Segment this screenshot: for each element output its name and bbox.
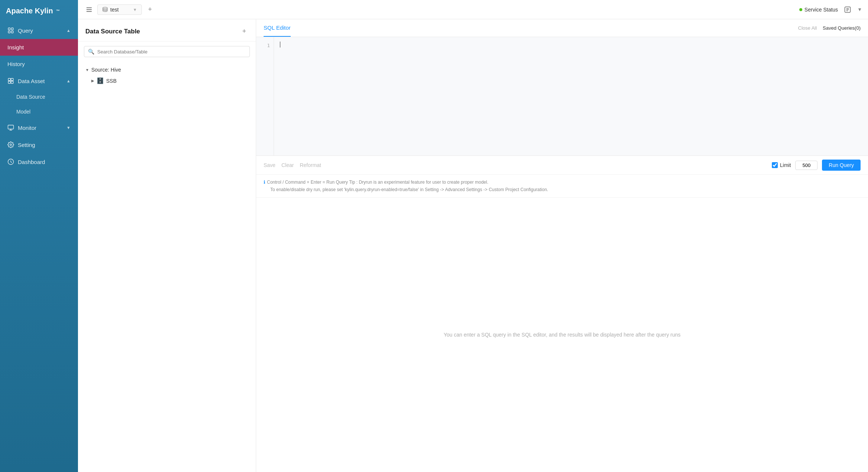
database-icon: 🗄️: [97, 77, 104, 84]
monitor-chevron-icon: ▼: [66, 125, 71, 130]
monitor-icon: [7, 124, 14, 131]
topbar-right: Service Status ▼: [799, 6, 862, 13]
line-numbers: 1: [256, 37, 274, 155]
sidebar-item-setting[interactable]: Setting: [0, 136, 78, 153]
sql-editor-area: 1 Save Clear Reformat Li: [256, 37, 868, 472]
add-tab-button[interactable]: +: [145, 4, 155, 15]
query-icon: [7, 27, 14, 34]
sidebar-data-asset-label: Data Asset: [18, 78, 45, 84]
saved-queries-button[interactable]: Saved Queries(0): [823, 25, 861, 31]
results-area: You can enter a SQL query in the SQL edi…: [256, 198, 868, 472]
left-panel-title: Data Source Table: [85, 28, 140, 35]
sidebar-query-label: Query: [18, 27, 33, 34]
source-label: Source: Hive: [91, 67, 121, 73]
dashboard-icon: [7, 158, 14, 165]
history-label: History: [7, 61, 25, 67]
project-selector[interactable]: test ▼: [97, 4, 142, 15]
tree-source-hive[interactable]: ▼ Source: Hive: [84, 65, 250, 75]
tree-area: ▼ Source: Hive ▶ 🗄️ SSB: [78, 62, 256, 472]
svg-rect-8: [8, 125, 14, 129]
clear-button[interactable]: Clear: [281, 162, 294, 168]
sidebar-item-data-source[interactable]: Data Source: [0, 89, 78, 104]
project-stack-icon: [102, 7, 108, 13]
sidebar-item-model[interactable]: Model: [0, 104, 78, 119]
source-caret-icon: ▼: [85, 68, 89, 72]
service-status: Service Status: [799, 7, 838, 13]
reformat-button[interactable]: Reformat: [300, 162, 321, 168]
right-panel: SQL Editor Close All Saved Queries(0) 1: [256, 19, 868, 472]
close-all-button[interactable]: Close All: [798, 25, 817, 31]
expand-button[interactable]: ▼: [857, 7, 862, 12]
db-caret-icon: ▶: [91, 79, 94, 83]
save-button[interactable]: Save: [264, 162, 275, 168]
topbar: test ▼ + Service Status ▼: [78, 0, 868, 19]
info-bar: ℹControl / Command + Enter = Run Query T…: [256, 175, 868, 198]
sidebar-item-insight[interactable]: Insight: [0, 39, 78, 56]
insight-label: Insight: [7, 44, 24, 50]
notification-button[interactable]: [844, 6, 851, 13]
run-query-button[interactable]: Run Query: [822, 160, 861, 171]
svg-rect-3: [12, 31, 13, 33]
sidebar: Apache Kylin™ Query ▲ Insight History Da…: [0, 0, 78, 472]
service-status-label: Service Status: [805, 7, 838, 13]
empty-results-msg: You can enter a SQL query in the SQL edi…: [444, 332, 681, 338]
sidebar-data-asset-header[interactable]: Data Asset ▲: [0, 72, 78, 89]
logo-text: Apache Kylin: [6, 7, 53, 15]
sidebar-monitor-label: Monitor: [18, 125, 36, 131]
sidebar-item-dashboard[interactable]: Dashboard: [0, 153, 78, 170]
svg-rect-0: [8, 28, 10, 30]
notification-icon: [844, 6, 851, 13]
sidebar-monitor-header[interactable]: Monitor ▼: [0, 119, 78, 136]
query-chevron-icon: ▲: [66, 28, 71, 33]
limit-checkbox[interactable]: [772, 162, 778, 168]
limit-value-input[interactable]: [795, 161, 818, 170]
info-icon: ℹ: [264, 180, 265, 185]
tree-db-ssb[interactable]: ▶ 🗄️ SSB: [84, 75, 250, 86]
svg-rect-1: [12, 28, 13, 30]
editor-tabs-actions: Close All Saved Queries(0): [798, 25, 861, 31]
model-label: Model: [16, 109, 30, 115]
sidebar-item-history[interactable]: History: [0, 56, 78, 72]
sql-editor-tab-label: SQL Editor: [264, 24, 291, 31]
cursor-line: [280, 42, 862, 47]
chevron-down-icon: ▼: [857, 7, 862, 12]
limit-checkbox-container: Limit: [772, 162, 791, 168]
editor-toolbar: Save Clear Reformat Limit Run Query: [256, 156, 868, 175]
toggle-sidebar-button[interactable]: [84, 4, 94, 15]
text-cursor: [280, 42, 280, 47]
data-asset-icon: [7, 78, 14, 84]
search-input[interactable]: [97, 49, 246, 55]
setting-label: Setting: [18, 142, 35, 148]
svg-rect-4: [8, 78, 10, 81]
toolbar-right: Limit Run Query: [772, 160, 861, 171]
add-datasource-button[interactable]: +: [240, 27, 248, 36]
svg-rect-5: [11, 78, 13, 81]
project-dropdown-icon: ▼: [133, 7, 137, 12]
setting-icon: [7, 141, 14, 148]
limit-label: Limit: [780, 162, 791, 168]
content-area: Data Source Table + 🔍 ▼ Source: Hive ▶ 🗄…: [78, 19, 868, 472]
data-asset-chevron-icon: ▲: [66, 79, 71, 83]
main-area: test ▼ + Service Status ▼: [78, 0, 868, 472]
hamburger-icon: [86, 6, 92, 13]
app-logo: Apache Kylin™: [0, 0, 78, 22]
svg-rect-2: [8, 31, 10, 33]
left-panel: Data Source Table + 🔍 ▼ Source: Hive ▶ 🗄…: [78, 19, 256, 472]
db-label: SSB: [106, 78, 117, 84]
sql-editor-tab[interactable]: SQL Editor: [264, 19, 291, 37]
search-icon: 🔍: [88, 49, 94, 55]
data-source-label: Data Source: [16, 94, 45, 100]
search-box: 🔍: [84, 46, 250, 57]
svg-point-14: [103, 7, 107, 9]
sidebar-query-header[interactable]: Query ▲: [0, 22, 78, 39]
sql-input[interactable]: [274, 37, 868, 155]
dashboard-label: Dashboard: [18, 159, 45, 165]
info-line2: To enable/disable dry run, please set 'k…: [270, 187, 548, 192]
svg-point-9: [10, 144, 12, 146]
left-panel-header: Data Source Table +: [78, 19, 256, 42]
trademark: ™: [56, 9, 60, 13]
svg-rect-7: [11, 81, 13, 83]
info-line1: Control / Command + Enter = Run Query Ti…: [267, 180, 488, 185]
code-area[interactable]: 1: [256, 37, 868, 156]
editor-tabs-bar: SQL Editor Close All Saved Queries(0): [256, 19, 868, 37]
